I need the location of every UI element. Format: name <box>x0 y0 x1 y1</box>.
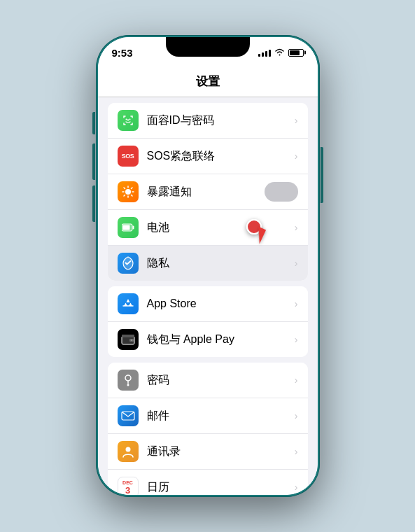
battery-icon <box>118 217 139 238</box>
notch <box>166 37 250 57</box>
wallet-label: 钱包与 Apple Pay <box>147 332 292 347</box>
battery-status-icon <box>288 49 304 57</box>
list-item-exposure[interactable]: 暴露通知 <box>108 174 308 210</box>
svg-point-19 <box>125 375 131 381</box>
svg-rect-14 <box>122 225 129 230</box>
settings-group-apps: 密码 › 邮件 › <box>108 363 308 495</box>
settings-group-store: App Store › 钱包与 Apple Pay <box>108 286 308 357</box>
svg-point-3 <box>125 189 131 195</box>
wifi-icon <box>274 48 285 58</box>
list-item-face-id[interactable]: 面容ID与密码 › <box>108 103 308 139</box>
svg-point-20 <box>127 384 129 386</box>
list-item-wallet[interactable]: 钱包与 Apple Pay › <box>108 322 308 357</box>
page-title: 设置 <box>196 75 220 88</box>
svg-point-22 <box>125 447 130 452</box>
volume-up-button[interactable] <box>92 144 95 180</box>
list-item-passwords[interactable]: 密码 › <box>108 363 308 398</box>
privacy-icon <box>118 253 139 274</box>
calendar-label: 日历 <box>147 480 292 495</box>
exposure-toggle[interactable] <box>265 182 298 202</box>
privacy-label: 隐私 <box>147 256 292 271</box>
svg-line-9 <box>131 195 132 197</box>
appstore-chevron: › <box>295 298 298 309</box>
svg-point-18 <box>131 340 132 341</box>
power-button[interactable] <box>321 147 323 203</box>
face-id-label: 面容ID与密码 <box>147 113 292 128</box>
svg-line-10 <box>131 188 132 189</box>
wallet-icon <box>118 329 139 350</box>
wallet-chevron: › <box>295 334 298 345</box>
contacts-label: 通讯录 <box>147 444 292 459</box>
contacts-icon <box>118 441 139 462</box>
mail-chevron: › <box>295 410 298 421</box>
passwords-icon <box>118 370 139 391</box>
battery-chevron: › <box>295 222 298 233</box>
list-item-mail[interactable]: 邮件 › <box>108 398 308 434</box>
battery-label: 电池 <box>147 220 292 235</box>
svg-rect-13 <box>132 226 134 230</box>
list-item-contacts[interactable]: 通讯录 › <box>108 434 308 470</box>
exposure-icon <box>118 181 139 202</box>
sos-label: SOS紧急联络 <box>147 149 292 164</box>
mute-button[interactable] <box>92 112 95 134</box>
face-id-icon <box>118 110 139 131</box>
list-item-calendar[interactable]: DEC 3 日历 › <box>108 470 308 495</box>
face-id-chevron: › <box>295 115 298 126</box>
mail-label: 邮件 <box>147 409 292 424</box>
sos-chevron: › <box>295 150 298 162</box>
privacy-chevron: › <box>295 258 298 269</box>
calendar-icon: DEC 3 <box>118 477 139 495</box>
mail-icon <box>118 405 139 426</box>
appstore-icon <box>118 293 139 314</box>
navigation-bar: 设置 <box>98 68 318 97</box>
sos-icon: SOS <box>118 146 139 167</box>
svg-rect-16 <box>122 335 134 337</box>
list-item-appstore[interactable]: App Store › <box>108 286 308 322</box>
passwords-chevron: › <box>295 374 298 386</box>
phone-frame: 9:53 <box>96 35 320 497</box>
contacts-chevron: › <box>295 446 298 457</box>
appstore-label: App Store <box>147 298 292 310</box>
exposure-label: 暴露通知 <box>147 185 259 200</box>
list-item-battery[interactable]: 电池 › <box>108 210 308 246</box>
settings-group-security: 面容ID与密码 › SOS SOS紧急联络 › <box>108 103 308 281</box>
phone-screen: 9:53 <box>98 37 318 495</box>
svg-point-1 <box>125 119 127 120</box>
status-icons <box>258 48 304 58</box>
settings-scroll-content[interactable]: 面容ID与密码 › SOS SOS紧急联络 › <box>98 97 318 495</box>
signal-icon <box>258 48 271 57</box>
list-item-sos[interactable]: SOS SOS紧急联络 › <box>108 139 308 174</box>
list-item-privacy[interactable]: 隐私 › <box>108 246 308 281</box>
svg-line-8 <box>124 188 125 189</box>
passwords-label: 密码 <box>147 373 292 388</box>
screen-content: 9:53 <box>98 37 318 495</box>
status-bar: 9:53 <box>98 37 318 68</box>
status-time: 9:53 <box>112 47 133 59</box>
calendar-chevron: › <box>295 482 298 493</box>
svg-point-2 <box>129 119 130 120</box>
svg-line-11 <box>124 195 125 197</box>
volume-down-button[interactable] <box>92 186 95 222</box>
